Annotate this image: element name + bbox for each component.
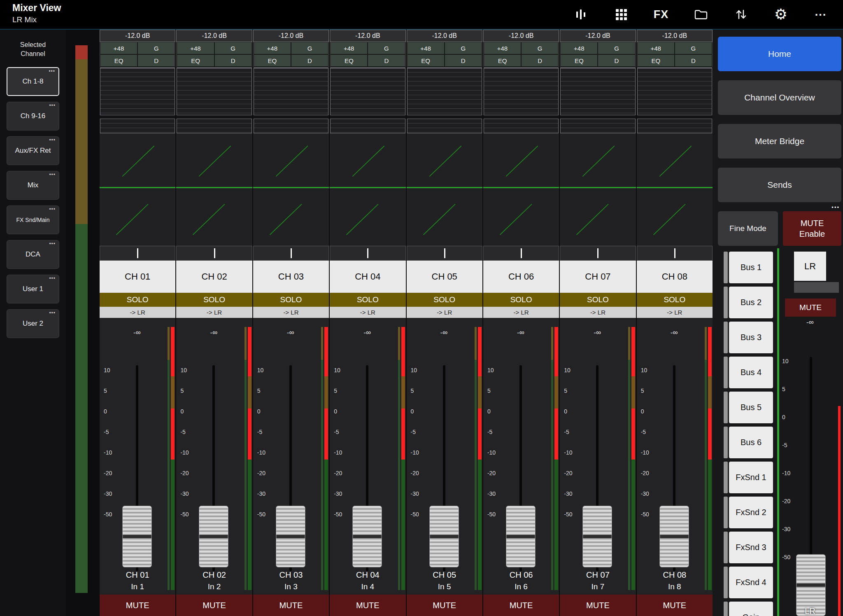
eq-band-display[interactable] — [330, 119, 405, 133]
drag-handle-icon[interactable] — [724, 462, 728, 493]
meters-icon[interactable] — [573, 6, 589, 23]
fine-mode-button[interactable]: Fine Mode — [718, 211, 778, 246]
drag-handle-icon[interactable] — [724, 392, 728, 423]
bus-item[interactable]: FxSnd 2 — [724, 497, 773, 528]
mute-button[interactable]: MUTE — [483, 594, 559, 616]
bus-item[interactable]: Bus 2 — [724, 287, 773, 318]
sidebar-item-ch9-16[interactable]: ••• Ch 9-16 — [7, 102, 59, 131]
gain-display[interactable]: -12.0 dB — [330, 30, 405, 42]
mute-button[interactable]: MUTE — [176, 594, 252, 616]
pan-control[interactable] — [483, 246, 559, 261]
eq-band-display[interactable] — [484, 119, 559, 133]
swap-vertical-icon[interactable] — [733, 6, 749, 23]
meter-bridge-button[interactable]: Meter Bridge — [718, 124, 841, 159]
phantom-48v-button[interactable]: +48 — [100, 42, 137, 54]
channel-name[interactable]: CH 02 — [176, 261, 252, 293]
eq-band-display[interactable] — [177, 119, 252, 133]
sidebar-item-user1[interactable]: ••• User 1 — [7, 275, 59, 303]
bus-item[interactable]: Bus 4 — [724, 357, 773, 388]
compressor-curve-display[interactable] — [483, 187, 559, 245]
gate-curve-display[interactable] — [560, 134, 636, 187]
lr-select-button[interactable]: LR — [794, 252, 826, 281]
solo-button[interactable]: SOLO — [483, 293, 559, 307]
gain-display[interactable]: -12.0 dB — [560, 30, 636, 42]
more-options-icon[interactable]: ... — [813, 6, 829, 23]
gain-display[interactable]: -12.0 dB — [253, 30, 329, 42]
bus-item[interactable]: Bus 6 — [724, 427, 773, 458]
dynamics-button[interactable]: D — [137, 54, 175, 67]
eq-button[interactable]: EQ — [330, 54, 368, 67]
sidebar-item-aux-fx-ret[interactable]: ••• Aux/FX Ret — [7, 136, 59, 165]
gate-curve-display[interactable] — [407, 134, 482, 187]
compressor-curve-display[interactable] — [330, 187, 405, 245]
drag-handle-icon[interactable] — [724, 602, 728, 616]
dynamics-button[interactable]: D — [598, 54, 635, 67]
folder-icon[interactable] — [693, 6, 709, 23]
pan-control[interactable] — [100, 246, 175, 261]
eq-curve-display[interactable] — [177, 68, 252, 115]
gain-display[interactable]: -12.0 dB — [637, 30, 713, 42]
sends-button[interactable]: Sends — [718, 168, 841, 202]
gate-curve-display[interactable] — [176, 134, 252, 187]
drag-handle-icon[interactable] — [724, 252, 728, 283]
drag-handle-icon[interactable] — [724, 287, 728, 318]
pan-control[interactable] — [176, 246, 252, 261]
phantom-48v-button[interactable]: +48 — [407, 42, 445, 54]
eq-button[interactable]: EQ — [560, 54, 598, 67]
solo-button[interactable]: SOLO — [637, 293, 713, 307]
phantom-48v-button[interactable]: +48 — [637, 42, 675, 54]
fader-cap[interactable] — [199, 506, 228, 567]
gain-display[interactable]: -12.0 dB — [100, 30, 175, 42]
fader-cap[interactable] — [429, 506, 459, 567]
pan-control[interactable] — [560, 246, 636, 261]
eq-band-display[interactable] — [637, 119, 712, 133]
sidebar-item-dca[interactable]: ••• DCA — [7, 240, 59, 269]
phantom-48v-button[interactable]: +48 — [177, 42, 214, 54]
bus-item[interactable]: FxSnd 1 — [724, 462, 773, 493]
eq-button[interactable]: EQ — [407, 54, 445, 67]
gain-display[interactable]: -12.0 dB — [407, 30, 482, 42]
sidebar-item-ch1-8[interactable]: ••• Ch 1-8 — [7, 67, 59, 96]
bus-item[interactable]: Bus 5 — [724, 392, 773, 423]
eq-band-display[interactable] — [100, 119, 175, 133]
eq-button[interactable]: EQ — [637, 54, 675, 67]
fader-cap[interactable] — [506, 506, 536, 567]
phantom-48v-button[interactable]: +48 — [254, 42, 291, 54]
fader-cap[interactable] — [122, 506, 152, 567]
channel-name[interactable]: CH 08 — [637, 261, 713, 293]
mute-button[interactable]: MUTE — [560, 594, 636, 616]
drag-handle-icon[interactable] — [724, 322, 728, 353]
gate-curve-display[interactable] — [483, 134, 559, 187]
mute-button[interactable]: MUTE — [407, 594, 482, 616]
mute-button[interactable]: MUTE — [330, 594, 405, 616]
eq-band-display[interactable] — [254, 119, 328, 133]
lr-mute-button[interactable]: MUTE — [785, 299, 836, 317]
gain-button[interactable]: G — [137, 42, 175, 54]
phantom-48v-button[interactable]: +48 — [484, 42, 521, 54]
solo-button[interactable]: SOLO — [253, 293, 329, 307]
gain-button[interactable]: G — [598, 42, 635, 54]
eq-curve-display[interactable] — [100, 68, 175, 115]
gain-button[interactable]: G — [291, 42, 328, 54]
solo-button[interactable]: SOLO — [407, 293, 482, 307]
gain-button[interactable]: G — [368, 42, 405, 54]
mute-enable-button[interactable]: MUTE Enable — [783, 211, 841, 246]
eq-button[interactable]: EQ — [484, 54, 521, 67]
dynamics-button[interactable]: D — [291, 54, 328, 67]
settings-gear-icon[interactable]: ⚙ — [773, 6, 789, 23]
channel-name[interactable]: CH 05 — [407, 261, 482, 293]
eq-band-display[interactable] — [407, 119, 482, 133]
pan-control[interactable] — [407, 246, 482, 261]
fx-button[interactable]: FX — [653, 6, 669, 23]
drag-handle-icon[interactable] — [724, 567, 728, 598]
mute-button[interactable]: MUTE — [637, 594, 713, 616]
gain-button[interactable]: G — [521, 42, 559, 54]
solo-button[interactable]: SOLO — [176, 293, 252, 307]
eq-curve-display[interactable] — [407, 68, 482, 115]
fader-cap[interactable] — [352, 506, 382, 567]
mute-button[interactable]: MUTE — [253, 594, 329, 616]
gate-curve-display[interactable] — [253, 134, 329, 187]
solo-button[interactable]: SOLO — [560, 293, 636, 307]
gain-button[interactable]: G — [675, 42, 712, 54]
fader-cap[interactable] — [582, 506, 612, 567]
